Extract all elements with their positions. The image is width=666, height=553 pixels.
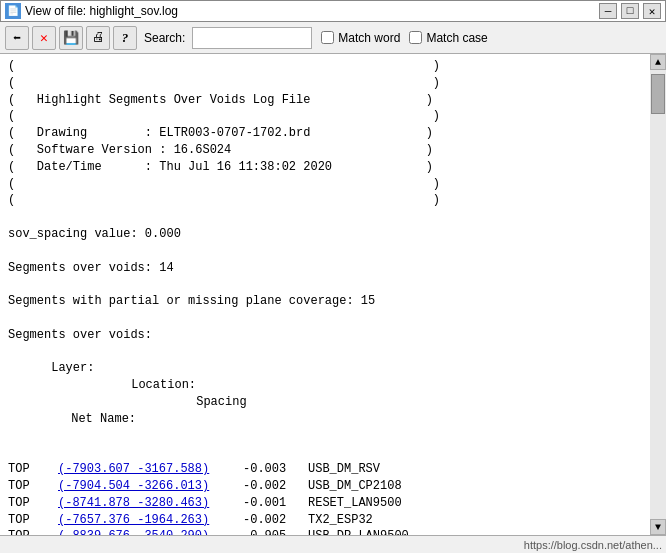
- app-icon: 📄: [5, 3, 21, 19]
- table-rows: TOP(-7903.607 -3167.588)-0.003USB_DM_RSV…: [8, 461, 642, 535]
- scroll-up-button[interactable]: ▲: [650, 54, 666, 70]
- row-location[interactable]: (-7657.376 -1964.263): [58, 512, 243, 529]
- search-input[interactable]: [192, 27, 312, 49]
- table-row: TOP(-8741.878 -3280.463)-0.001RESET_LAN9…: [8, 495, 642, 512]
- table-row: TOP(-8839.676 -3540.290)-0.905USB_DP_LAN…: [8, 528, 642, 535]
- table-row: TOP(-7903.607 -3167.588)-0.003USB_DM_RSV: [8, 461, 642, 478]
- row-location[interactable]: (-7904.504 -3266.013): [58, 478, 243, 495]
- row-location[interactable]: (-7903.607 -3167.588): [58, 461, 243, 478]
- scroll-track[interactable]: [650, 70, 666, 519]
- blank-line-2: [8, 243, 642, 260]
- close-button[interactable]: ✕: [643, 3, 661, 19]
- table-row: TOP(-7657.376 -1964.263)-0.002TX2_ESP32: [8, 512, 642, 529]
- content-wrapper: ( )( )( Highlight Segments Over Voids Lo…: [0, 54, 666, 535]
- box-line: ( Date/Time : Thu Jul 16 11:38:02 2020 ): [8, 159, 642, 176]
- close-file-button[interactable]: ✕: [32, 26, 56, 50]
- column-headers: Layer: Location: Spacing Net Name:: [8, 344, 642, 445]
- row-net-name: TX2_ESP32: [308, 513, 373, 527]
- box-container: ( )( )( Highlight Segments Over Voids Lo…: [8, 58, 642, 209]
- box-line: ( ): [8, 58, 642, 75]
- col-spacing: Spacing: [196, 395, 246, 409]
- print-button[interactable]: 🖨: [86, 26, 110, 50]
- match-word-label: Match word: [338, 31, 400, 45]
- match-case-group: Match case: [409, 31, 487, 45]
- nav-back-button[interactable]: ⬅: [5, 26, 29, 50]
- minimize-button[interactable]: —: [599, 3, 617, 19]
- maximize-button[interactable]: □: [621, 3, 639, 19]
- blank-line-1: [8, 209, 642, 226]
- segments-header: Segments over voids:: [8, 327, 642, 344]
- row-net-name: USB_DM_CP2108: [308, 479, 402, 493]
- col-location: Location:: [131, 378, 196, 392]
- spacing-value: sov_spacing value: 0.000: [8, 226, 642, 243]
- row-net-name: USB_DM_RSV: [308, 462, 380, 476]
- box-line: ( ): [8, 75, 642, 92]
- row-spacing: -0.003: [243, 461, 308, 478]
- status-url: https://blog.csdn.net/athen...: [524, 539, 662, 551]
- box-line: ( Software Version : 16.6S024 ): [8, 142, 642, 159]
- match-word-checkbox[interactable]: [321, 31, 334, 44]
- box-line: ( ): [8, 108, 642, 125]
- col-layer: Layer:: [51, 361, 94, 375]
- table-row: TOP(-7904.504 -3266.013)-0.002USB_DM_CP2…: [8, 478, 642, 495]
- row-spacing: -0.001: [243, 495, 308, 512]
- match-case-checkbox[interactable]: [409, 31, 422, 44]
- row-location[interactable]: (-8839.676 -3540.290): [58, 528, 243, 535]
- title-bar: 📄 View of file: highlight_sov.log — □ ✕: [0, 0, 666, 22]
- row-layer: TOP: [8, 528, 58, 535]
- row-location[interactable]: (-8741.878 -3280.463): [58, 495, 243, 512]
- row-layer: TOP: [8, 512, 58, 529]
- row-layer: TOP: [8, 478, 58, 495]
- vertical-scrollbar[interactable]: ▲ ▼: [650, 54, 666, 535]
- blank-line-3: [8, 276, 642, 293]
- toolbar: ⬅ ✕ 💾 🖨 ? Search: Match word Match case: [0, 22, 666, 54]
- search-label: Search:: [144, 31, 185, 45]
- box-line: ( ): [8, 176, 642, 193]
- blank-line-5: [8, 444, 642, 461]
- row-spacing: -0.002: [243, 478, 308, 495]
- help-button[interactable]: ?: [113, 26, 137, 50]
- status-bar: https://blog.csdn.net/athen...: [0, 535, 666, 553]
- match-word-group: Match word: [321, 31, 400, 45]
- row-spacing: -0.905: [243, 528, 308, 535]
- save-button[interactable]: 💾: [59, 26, 83, 50]
- row-layer: TOP: [8, 461, 58, 478]
- box-line: ( ): [8, 192, 642, 209]
- row-spacing: -0.002: [243, 512, 308, 529]
- match-case-label: Match case: [426, 31, 487, 45]
- row-net-name: RESET_LAN9500: [308, 496, 402, 510]
- col-net-name: Net Name:: [71, 412, 136, 426]
- blank-line-4: [8, 310, 642, 327]
- scroll-down-button[interactable]: ▼: [650, 519, 666, 535]
- segments-over-voids-count: Segments over voids: 14: [8, 260, 642, 277]
- box-line: ( Drawing : ELTR003-0707-1702.brd ): [8, 125, 642, 142]
- log-content: ( )( )( Highlight Segments Over Voids Lo…: [0, 54, 650, 535]
- box-line: ( Highlight Segments Over Voids Log File…: [8, 92, 642, 109]
- row-layer: TOP: [8, 495, 58, 512]
- window-title: View of file: highlight_sov.log: [25, 4, 595, 18]
- scroll-thumb[interactable]: [651, 74, 665, 114]
- partial-coverage: Segments with partial or missing plane c…: [8, 293, 642, 310]
